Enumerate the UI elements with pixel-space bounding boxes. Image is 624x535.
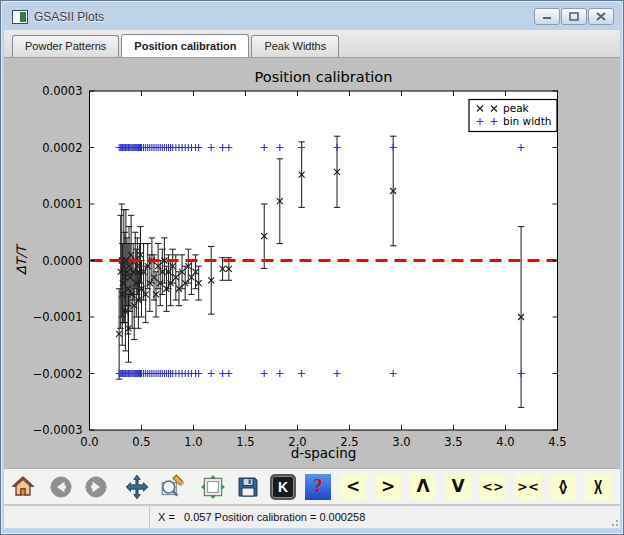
configure-subplots-button[interactable] — [200, 474, 226, 500]
tab-position-calibration[interactable]: Position calibration — [121, 34, 249, 57]
x-tick-label: 1.0 — [184, 435, 202, 449]
expand-y-button[interactable]: Λ V — [550, 474, 576, 500]
gsasii-plots-window: GSASII Plots Powder PatternsPosition cal… — [0, 0, 624, 535]
legend-label: peak — [503, 102, 530, 114]
contract-y-button[interactable]: V Λ — [585, 474, 611, 500]
minimize-button[interactable] — [534, 8, 560, 25]
back-button[interactable] — [48, 474, 74, 500]
x-tick-label: 3.5 — [444, 435, 462, 449]
close-icon — [596, 12, 606, 21]
x-tick-label: 0.5 — [132, 435, 150, 449]
plot-tab-bar: Powder PatternsPosition calibrationPeak … — [4, 30, 620, 58]
figure-area: 0.00.51.01.52.02.53.03.54.04.5−0.0003−0.… — [4, 58, 620, 468]
y-tick-label: −0.0002 — [33, 367, 83, 381]
back-icon — [49, 475, 73, 499]
y-axis-label: ΔT/T — [14, 243, 29, 275]
save-figure-icon — [236, 475, 260, 499]
pan-button[interactable] — [124, 474, 150, 500]
status-pane-left — [4, 506, 150, 528]
chart-title: Position calibration — [255, 69, 393, 85]
resize-grip[interactable] — [608, 516, 618, 526]
shift-up-button[interactable]: Λ — [410, 474, 436, 500]
expand-x-button[interactable]: <> — [480, 474, 506, 500]
tab-peak-widths[interactable]: Peak Widths — [251, 35, 339, 57]
shift-right-button[interactable]: > — [375, 474, 401, 500]
app-icon — [12, 10, 28, 24]
configure-subplots-icon — [200, 474, 226, 500]
x-axis-label: d-spacing — [291, 445, 357, 461]
zoom-rect-button[interactable] — [159, 474, 185, 500]
plot-toolbar: K?<>ΛV<>><Λ VV Λ — [4, 468, 620, 505]
y-tick-label: 0.0003 — [42, 84, 82, 98]
tab-powder-patterns[interactable]: Powder Patterns — [12, 35, 119, 57]
home-button[interactable] — [10, 474, 36, 500]
minimize-icon — [542, 13, 552, 21]
y-tick-label: 0.0001 — [42, 197, 82, 211]
save-figure-button[interactable] — [235, 474, 261, 500]
legend-label: bin width — [503, 115, 552, 127]
y-tick-label: −0.0003 — [33, 423, 83, 437]
status-text: X = 0.057 Position calibration = 0.00025… — [150, 511, 365, 523]
forward-icon — [84, 475, 108, 499]
x-tick-label: 4.5 — [548, 435, 566, 449]
home-icon — [11, 475, 35, 499]
close-button[interactable] — [588, 8, 614, 25]
forward-button[interactable] — [83, 474, 109, 500]
zoom-rect-icon — [159, 474, 185, 500]
y-tick-label: 0.0000 — [42, 254, 82, 268]
pan-icon — [124, 474, 150, 500]
plot-canvas[interactable]: 0.00.51.01.52.02.53.03.54.04.5−0.0003−0.… — [4, 58, 622, 468]
key-press-button[interactable]: K — [270, 474, 296, 500]
maximize-button[interactable] — [561, 8, 587, 25]
shift-left-button[interactable]: < — [340, 474, 366, 500]
x-tick-label: 1.5 — [236, 435, 254, 449]
x-tick-label: 0.0 — [80, 435, 98, 449]
y-tick-label: 0.0002 — [42, 141, 82, 155]
help-button[interactable]: ? — [305, 474, 331, 500]
y-tick-label: −0.0001 — [33, 310, 83, 324]
x-tick-label: 3.0 — [392, 435, 410, 449]
x-tick-label: 4.0 — [496, 435, 514, 449]
status-bar: X = 0.057 Position calibration = 0.00025… — [4, 505, 620, 528]
window-controls — [534, 8, 614, 25]
contract-x-button[interactable]: >< — [515, 474, 541, 500]
title-bar[interactable]: GSASII Plots — [4, 3, 620, 30]
window-title: GSASII Plots — [34, 10, 534, 24]
maximize-icon — [569, 12, 579, 21]
shift-down-button[interactable]: V — [445, 474, 471, 500]
